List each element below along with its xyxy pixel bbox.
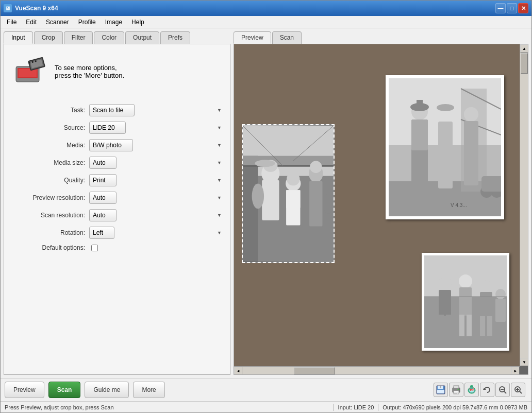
status-output-text: Output: 470x690 pixels 200 dpi 59.7x87.6…	[383, 404, 527, 410]
menu-bar: File Edit Scanner Profile Image Help	[1, 16, 531, 28]
media-select[interactable]: B/W photo	[89, 139, 133, 151]
left-panel-body: To see more options, press the 'More' bu…	[4, 44, 230, 375]
photo-selected	[242, 124, 335, 263]
more-button[interactable]: More	[133, 382, 164, 398]
window-title: VueScan 9 x64	[15, 5, 58, 12]
main-window: 🖥 VueScan 9 x64 — □ ✕ File Edit Scanner …	[0, 0, 532, 413]
quality-select-wrapper: Print	[89, 174, 225, 186]
svg-rect-42	[438, 122, 453, 188]
scan-res-select[interactable]: Auto	[89, 209, 117, 221]
svg-rect-64	[487, 316, 492, 336]
main-content: Input Crop Filter Color Output Prefs	[1, 28, 531, 378]
status-separator-2	[378, 404, 378, 411]
close-button[interactable]: ✕	[518, 3, 528, 13]
maximize-button[interactable]: □	[507, 3, 517, 13]
svg-point-65	[495, 289, 506, 299]
rotate-icon-button[interactable]	[480, 383, 494, 397]
menu-help[interactable]: Help	[127, 18, 148, 27]
media-size-row: Media size: Auto	[9, 157, 225, 169]
zoom-in-icon-button[interactable]	[511, 383, 525, 397]
status-bar: Press Preview, adjust crop box, press Sc…	[1, 401, 531, 412]
album-background: V 4.3...	[234, 44, 520, 366]
tab-prefs[interactable]: Prefs	[160, 31, 190, 44]
menu-profile[interactable]: Profile	[74, 18, 100, 27]
svg-rect-48	[481, 176, 501, 192]
source-select[interactable]: LiDE 20	[89, 122, 126, 134]
tab-input[interactable]: Input	[4, 31, 33, 44]
tab-filter[interactable]: Filter	[64, 31, 93, 44]
svg-line-89	[520, 391, 522, 393]
preview-scrollbar-horizontal[interactable]: ◄ ►	[234, 366, 520, 374]
tab-crop[interactable]: Crop	[34, 31, 63, 44]
svg-rect-45	[464, 121, 478, 185]
preview-res-row: Preview resolution: Auto	[9, 192, 225, 204]
media-label: Media:	[9, 142, 89, 149]
bottom-bar: Preview Scan Guide me More	[1, 378, 531, 401]
source-label: Source:	[9, 124, 89, 131]
tab-preview[interactable]: Preview	[234, 31, 271, 44]
preview-scrollbar-vertical[interactable]: ▲ ▼	[520, 44, 528, 366]
tool-icons	[434, 383, 527, 397]
svg-point-44	[464, 107, 478, 122]
svg-point-61	[480, 280, 492, 292]
tab-output[interactable]: Output	[125, 31, 159, 44]
media-size-select[interactable]: Auto	[89, 157, 117, 169]
scroll-up-button[interactable]: ▲	[520, 44, 528, 53]
rotation-select-wrapper: Left	[89, 227, 225, 239]
preview-button[interactable]: Preview	[5, 382, 44, 398]
default-options-checkbox[interactable]	[91, 245, 98, 251]
photo-inner-2: V 4.3...	[389, 78, 501, 216]
preview-res-select-wrapper: Auto	[89, 192, 225, 204]
svg-rect-40	[417, 100, 423, 108]
scroll-right-button[interactable]: ►	[511, 367, 520, 375]
svg-rect-24	[309, 181, 322, 227]
save-icon-button[interactable]	[434, 383, 448, 397]
rotation-select[interactable]: Left	[89, 227, 114, 239]
scan-background: V 4.3...	[234, 44, 520, 366]
scroll-thumb-vertical[interactable]	[521, 53, 528, 74]
info-box: To see more options, press the 'More' bu…	[9, 49, 225, 94]
preview-res-select[interactable]: Auto	[89, 192, 117, 204]
svg-rect-66	[495, 299, 506, 322]
menu-scanner[interactable]: Scanner	[42, 18, 73, 27]
task-row: Task: Scan to file	[9, 104, 225, 116]
svg-rect-60	[467, 315, 472, 336]
title-bar: 🖥 VueScan 9 x64 — □ ✕	[1, 1, 531, 16]
svg-rect-76	[454, 393, 457, 393]
svg-rect-54	[439, 290, 451, 316]
svg-rect-56	[446, 315, 451, 335]
guide-button[interactable]: Guide me	[85, 382, 129, 398]
svg-rect-70	[440, 386, 441, 388]
menu-image[interactable]: Image	[101, 18, 126, 27]
svg-point-18	[255, 160, 275, 167]
scroll-left-button[interactable]: ◄	[234, 367, 242, 375]
tab-scan[interactable]: Scan	[272, 31, 302, 44]
media-select-wrapper: B/W photo	[89, 139, 225, 151]
preview-body: V 4.3...	[234, 44, 528, 375]
menu-edit[interactable]: Edit	[22, 18, 41, 27]
scan-button[interactable]: Scan	[48, 382, 81, 398]
media-row: Media: B/W photo	[9, 139, 225, 151]
svg-point-25	[310, 161, 322, 173]
svg-rect-58	[459, 287, 472, 316]
scroll-down-button[interactable]: ▼	[520, 358, 528, 366]
default-options-row: Default options:	[9, 244, 225, 251]
task-select[interactable]: Scan to file	[89, 104, 135, 116]
photo-inner-1	[243, 125, 334, 262]
scroll-thumb-horizontal[interactable]	[294, 367, 335, 374]
svg-point-43	[437, 104, 454, 111]
tab-color[interactable]: Color	[94, 31, 124, 44]
menu-file[interactable]: File	[3, 18, 21, 27]
rotation-row: Rotation: Left	[9, 227, 225, 239]
svg-rect-73	[454, 386, 459, 388]
minimize-button[interactable]: —	[495, 3, 506, 13]
info-text: To see more options, press the 'More' bu…	[55, 64, 124, 79]
color-icon-button[interactable]	[464, 383, 479, 397]
left-tabs: Input Crop Filter Color Output Prefs	[4, 31, 230, 44]
default-options-label: Default options:	[9, 244, 89, 251]
print-icon-button[interactable]	[449, 383, 463, 397]
quality-select[interactable]: Print	[89, 174, 117, 186]
zoom-out-icon-button[interactable]	[495, 383, 510, 397]
svg-rect-21	[286, 190, 300, 208]
svg-rect-63	[480, 316, 485, 336]
